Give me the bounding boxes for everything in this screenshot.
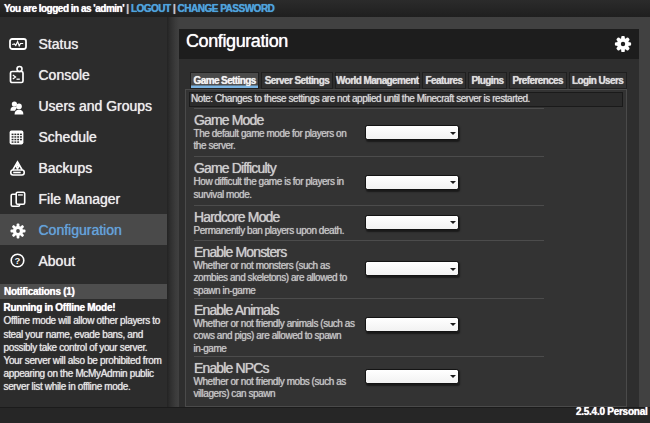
svg-text:?: ? <box>15 255 21 266</box>
